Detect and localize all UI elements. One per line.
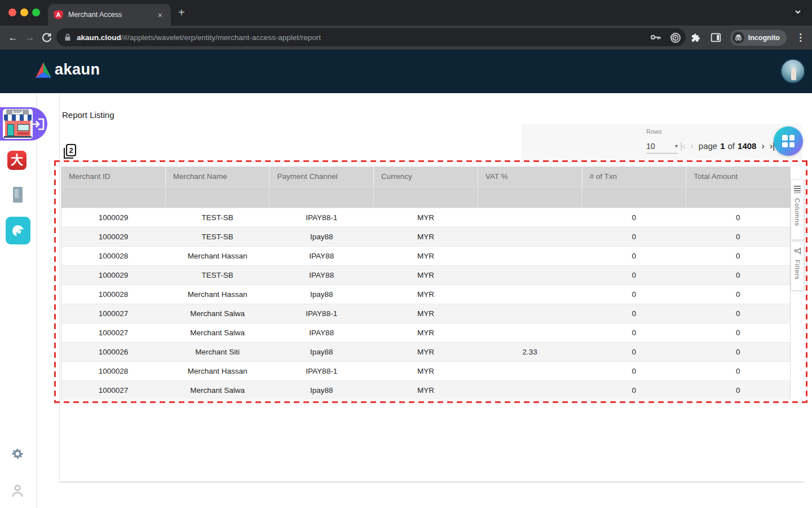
sidebar-item-shop-active[interactable]: SHOP [0, 107, 47, 141]
apps-grid-button[interactable] [774, 126, 803, 156]
close-window-button[interactable] [8, 8, 16, 16]
table-cell: 0 [686, 227, 791, 246]
incognito-spy-icon [732, 32, 744, 43]
column-header[interactable]: Payment Channel [270, 167, 374, 187]
table-cell: MYR [374, 284, 478, 304]
reload-icon[interactable] [38, 33, 55, 43]
filter-cell[interactable] [686, 187, 791, 208]
table-row[interactable]: 1000026Merchant SitiIpay88MYR2.3300 [61, 342, 791, 361]
incognito-badge[interactable]: Incognito [730, 30, 787, 46]
close-tab-icon[interactable]: × [155, 10, 165, 20]
caret-down-icon: ▾ [675, 143, 678, 149]
table-row[interactable]: 1000029TEST-SBIpay88MYR00 [61, 227, 791, 246]
table-cell: Merchant Siti [165, 342, 270, 361]
first-page-button[interactable]: |‹ [680, 142, 685, 151]
table-cell: 0 [582, 361, 686, 380]
tab-columns[interactable]: Columns [791, 179, 804, 240]
user-avatar[interactable] [780, 59, 805, 84]
page-title: Report Listing [62, 110, 114, 120]
filter-cell[interactable] [61, 187, 166, 208]
table-row[interactable]: 1000027Merchant SalwaIPAY88-1MYR00 [61, 304, 791, 323]
sidebar-item-door-icon[interactable] [13, 187, 23, 203]
table-row[interactable]: 1000028Merchant HassanIPAY88MYR00 [61, 246, 791, 265]
table-cell: Ipay88 [270, 380, 374, 400]
extensions-puzzle-icon[interactable] [690, 32, 701, 43]
side-panel-icon[interactable] [710, 32, 721, 43]
pages-count-icon[interactable]: 2 [61, 143, 77, 160]
new-tab-button[interactable]: + [178, 7, 185, 18]
browser-menu-icon[interactable]: ⋮ [796, 32, 805, 43]
browser-tab[interactable]: A Merchant Access × [48, 4, 171, 25]
selection-dashed-border-right [806, 160, 807, 403]
toolbar-right-icons: Incognito ⋮ [670, 25, 812, 50]
back-icon[interactable]: ← [5, 32, 21, 43]
grid-icon [782, 135, 795, 147]
table-row[interactable]: 1000028Merchant HassanIpay88MYR00 [61, 284, 791, 304]
tab-filters[interactable]: Filters [791, 241, 804, 291]
prev-page-button[interactable]: ‹ [690, 142, 693, 151]
minimize-window-button[interactable] [20, 8, 28, 16]
profile-person-icon[interactable] [11, 484, 24, 498]
table-cell: 1000027 [61, 323, 166, 342]
table-cell: 1000027 [61, 380, 166, 400]
sidebar-item-teal-app[interactable] [6, 217, 30, 244]
dai-glyph-icon: 大 [11, 154, 23, 167]
filter-funnel-icon [794, 247, 801, 255]
screen: A Merchant Access × + ← → akaun.cloud/#/… [0, 0, 812, 508]
filter-cell[interactable] [165, 187, 270, 208]
tab-search-chevron-icon[interactable] [794, 8, 802, 16]
column-header[interactable]: Merchant Name [165, 167, 270, 187]
adblock-extension-icon[interactable] [670, 32, 681, 43]
table-cell: 1000028 [61, 361, 166, 380]
total-pages-number: 1408 [738, 141, 756, 151]
column-header[interactable]: VAT % [478, 167, 582, 187]
table-cell: MYR [374, 323, 478, 342]
browser-tabstrip: A Merchant Access × + [0, 0, 812, 25]
settings-gear-icon[interactable] [11, 448, 24, 461]
table-cell: Ipay88 [270, 227, 374, 246]
page-indicator: page 1 of 1408 [699, 141, 757, 151]
table-cell: MYR [374, 304, 478, 323]
fullscreen-window-button[interactable] [32, 8, 40, 16]
table-cell [478, 246, 582, 265]
svg-text:2: 2 [69, 146, 73, 155]
table-cell: 0 [686, 265, 791, 284]
akaun-logo[interactable]: akaun [35, 61, 100, 78]
table-row[interactable]: 1000027Merchant SalwaIpay88MYR00 [61, 380, 791, 400]
forward-icon[interactable]: → [21, 32, 38, 43]
column-header[interactable]: Merchant ID [61, 167, 166, 187]
table-cell [478, 208, 582, 227]
table-cell: Ipay88 [270, 342, 374, 361]
table-cell: 1000029 [61, 265, 166, 284]
rows-per-page-label: Rows [646, 128, 662, 135]
column-header[interactable]: # of Txn [582, 167, 686, 187]
filter-cell[interactable] [478, 187, 582, 208]
filter-cell[interactable] [270, 187, 374, 208]
table-cell [478, 304, 582, 323]
saved-passwords-key-icon[interactable] [651, 34, 661, 41]
teal-app-glyph-icon [10, 223, 26, 239]
rows-per-page-select[interactable]: 10 ▾ [646, 139, 678, 154]
column-header[interactable]: Currency [374, 167, 478, 187]
table-row[interactable]: 1000029TEST-SBIPAY88MYR00 [61, 265, 791, 284]
table-row[interactable]: 1000029TEST-SBIPAY88-1MYR00 [61, 208, 791, 227]
sidebar-item-dai-app[interactable]: 大 [7, 151, 27, 170]
table-cell: IPAY88 [270, 265, 374, 284]
table-cell: MYR [374, 380, 478, 400]
columns-icon [794, 186, 801, 193]
filter-cell[interactable] [582, 187, 686, 208]
address-bar[interactable]: akaun.cloud/#/applets/wavelet/erp/entity… [56, 28, 686, 46]
table-cell: 1000028 [61, 246, 166, 265]
table-cell: 1000026 [61, 342, 166, 361]
table-row[interactable]: 1000028Merchant HassanIPAY88-1MYR00 [61, 361, 791, 380]
selection-dashed-border-left [54, 160, 56, 403]
site-favicon-icon: A [54, 10, 63, 20]
table-cell [478, 284, 582, 304]
akaun-triangle-icon [35, 62, 52, 78]
filter-cell[interactable] [374, 187, 478, 208]
table-row[interactable]: 1000027Merchant SalwaIPAY88MYR00 [61, 323, 791, 342]
table-cell: Merchant Salwa [165, 323, 270, 342]
next-page-button[interactable]: › [761, 142, 764, 151]
column-header[interactable]: Total Amount [686, 167, 791, 187]
app-sidebar: SHOP 大 [0, 93, 37, 508]
